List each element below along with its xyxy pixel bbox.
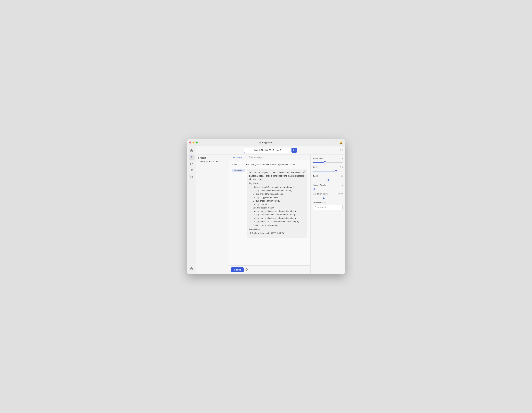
top-k-slider[interactable] xyxy=(313,180,343,180)
minimize-button[interactable] xyxy=(192,141,194,144)
submit-button[interactable]: Submit xyxy=(231,267,244,272)
ingredients-list: 1 lb pizza dough (homemade or store-boug… xyxy=(249,186,305,227)
assistant-message-row: ASSISTANT ⊖ Of course! Pineapple pizza i… xyxy=(232,169,307,238)
top-p-label: Top P xyxy=(313,166,318,168)
list-item: 1 lb pizza dough (homemade or store-boug… xyxy=(250,186,305,189)
top-k-label: Top K xyxy=(313,175,318,177)
top-k-value: 50 xyxy=(341,175,343,177)
maximize-button[interactable] xyxy=(196,141,198,144)
right-panel: Temperature 0.8 Top P 0.8 xyxy=(310,155,345,274)
messages-area: USER hello, can you tell me how to make … xyxy=(229,160,310,266)
wrench-icon xyxy=(190,169,193,172)
stop-sequences-input[interactable] xyxy=(313,205,343,210)
sidebar-item-playground[interactable] xyxy=(189,155,194,160)
temperature-label: Temperature xyxy=(313,157,323,159)
chat-panel: Messages Raw Messages USER hello, can yo… xyxy=(229,155,310,274)
home-icon xyxy=(190,149,193,153)
wand-icon xyxy=(190,156,193,159)
list-item: Salt and pepper to taste xyxy=(250,206,305,210)
system-content[interactable]: You are an Italian Chef xyxy=(198,161,226,163)
window-title: Playground xyxy=(262,141,273,144)
top-k-control: Top K 50 xyxy=(313,175,343,181)
repeat-penalty-control: Repeat Penalty 1 xyxy=(313,184,343,190)
svg-point-1 xyxy=(191,268,192,269)
list-item: 1/4 cup mozzarella cheese (shredded or s… xyxy=(250,216,305,220)
max-token-row: Max Token Count 1500 xyxy=(313,193,343,195)
panel-toggle-button[interactable] xyxy=(340,149,343,152)
list-item: Freshly ground black pepper xyxy=(250,224,305,227)
chat-icon xyxy=(190,162,193,166)
list-item: 1/4 cup mozzarella cheese (shredded or s… xyxy=(250,210,305,213)
close-button[interactable] xyxy=(189,141,191,144)
list-item: 1/4 cup provolone cheese (shredded or sl… xyxy=(250,213,305,216)
panel-icon xyxy=(340,149,343,152)
stop-sequences-control: Stop sequences xyxy=(313,202,343,210)
temperature-slider[interactable] xyxy=(313,162,343,163)
settings-icon xyxy=(190,267,193,271)
instructions-header: Instructions: xyxy=(249,228,305,231)
tab-raw-messages[interactable]: Raw Messages xyxy=(246,155,267,160)
sidebar-item-chat[interactable] xyxy=(189,161,194,167)
stop-sequences-label: Stop sequences xyxy=(313,202,343,204)
repeat-penalty-row: Repeat Penalty 1 xyxy=(313,184,343,186)
temperature-row: Temperature 0.8 xyxy=(313,157,343,159)
document-icon xyxy=(190,176,193,179)
temperature-control: Temperature 0.8 xyxy=(313,157,343,163)
svg-line-0 xyxy=(190,157,191,158)
traffic-lights xyxy=(189,141,198,144)
list-item: 1/4 cup chopped fresh parsley xyxy=(250,199,305,203)
top-p-value: 0.8 xyxy=(340,166,343,168)
main-layout: SYSTEM You are an Italian Chef Messages … xyxy=(187,146,345,274)
content-area: SYSTEM You are an Italian Chef Messages … xyxy=(196,146,345,274)
sidebar-item-docs[interactable] xyxy=(189,174,194,180)
assistant-role-label: ASSISTANT xyxy=(232,169,245,172)
max-token-value: 1500 xyxy=(338,193,343,195)
app-window: ⊟ Playground 🔔 xyxy=(187,139,345,274)
top-p-slider[interactable] xyxy=(313,171,343,171)
sidebar-item-settings[interactable] xyxy=(189,266,194,272)
three-col-layout: SYSTEM You are an Italian Chef Messages … xyxy=(196,155,345,274)
remove-message-button[interactable]: ⊖ xyxy=(303,171,305,174)
list-item: 1/2 cup pineapple chunks (fresh or canne… xyxy=(250,189,305,192)
history-icon xyxy=(245,268,248,271)
repeat-penalty-value: 1 xyxy=(342,184,343,186)
model-bar xyxy=(196,146,345,155)
history-button[interactable] xyxy=(245,268,248,272)
top-k-row: Top K 50 xyxy=(313,175,343,177)
list-item: Preheat the oven to 450°F (230°C). xyxy=(252,232,305,235)
titlebar: ⊟ Playground 🔔 xyxy=(187,139,345,146)
repeat-penalty-slider[interactable] xyxy=(313,189,343,189)
model-input[interactable] xyxy=(244,148,290,153)
max-token-slider[interactable] xyxy=(313,198,343,198)
svg-point-2 xyxy=(294,150,294,150)
notification-icon[interactable]: 🔔 xyxy=(339,141,343,144)
temperature-value: 0.8 xyxy=(340,157,343,159)
assistant-bubble: ⊖ Of course! Pineapple pizza is a delici… xyxy=(247,169,307,238)
top-p-control: Top P 0.8 xyxy=(313,166,343,172)
minus-circle-icon: ⊖ xyxy=(303,171,305,174)
user-role-label: USER xyxy=(232,163,244,165)
list-item: 1/4 cup chopped fresh basil xyxy=(250,196,305,199)
svg-rect-3 xyxy=(340,149,342,151)
tabs-bar: Messages Raw Messages xyxy=(229,155,310,160)
system-panel: SYSTEM You are an Italian Chef xyxy=(196,155,229,274)
top-p-row: Top P 0.8 xyxy=(313,166,343,168)
list-item: 1/4 cup tomato sauce (homemade or store-… xyxy=(250,220,305,224)
list-item: 1/4 cup olive oil xyxy=(250,203,305,206)
user-message-row: USER hello, can you tell me how to make … xyxy=(232,163,307,166)
ingredients-header: Ingredients: xyxy=(249,182,305,185)
instructions-list: Preheat the oven to 450°F (230°C). xyxy=(249,232,305,235)
tab-messages[interactable]: Messages xyxy=(229,155,246,160)
sidebar xyxy=(187,146,196,274)
sidebar-item-tools[interactable] xyxy=(189,168,194,174)
user-message-content[interactable]: hello, can you tell me how to make a pin… xyxy=(246,163,307,166)
repeat-penalty-label: Repeat Penalty xyxy=(313,184,326,186)
model-settings-button[interactable] xyxy=(292,148,297,153)
chat-footer: Submit xyxy=(229,266,310,274)
system-label: SYSTEM xyxy=(198,157,226,159)
gear-icon xyxy=(293,149,295,152)
max-token-label: Max Token Count xyxy=(313,193,327,195)
playground-title-icon: ⊟ xyxy=(259,141,261,144)
max-token-control: Max Token Count 1500 xyxy=(313,193,343,199)
sidebar-item-home[interactable] xyxy=(189,148,194,154)
